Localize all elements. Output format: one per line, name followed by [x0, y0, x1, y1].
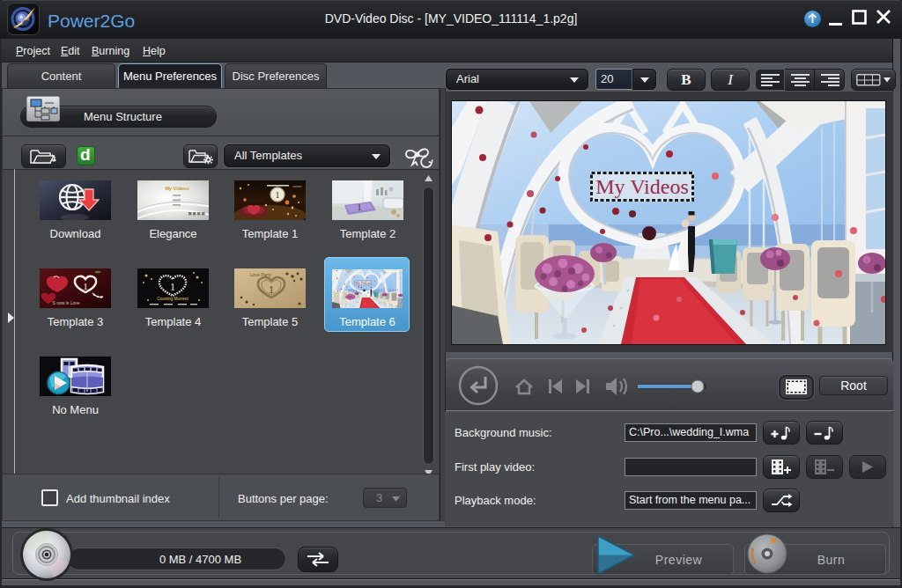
svg-text:My Videos: My Videos: [165, 186, 189, 191]
svg-text:Counting Moment: Counting Moment: [157, 297, 189, 301]
svg-text:1: 1: [276, 190, 280, 200]
svg-text:sweet: sweet: [292, 184, 302, 188]
svg-text:Love Party: Love Party: [250, 272, 271, 277]
svg-text:1: 1: [170, 281, 175, 293]
svg-text:1: 1: [83, 281, 88, 291]
svg-text:S now is Love: S now is Love: [52, 300, 79, 305]
svg-text:1: 1: [358, 202, 362, 212]
svg-text:1: 1: [269, 283, 274, 296]
